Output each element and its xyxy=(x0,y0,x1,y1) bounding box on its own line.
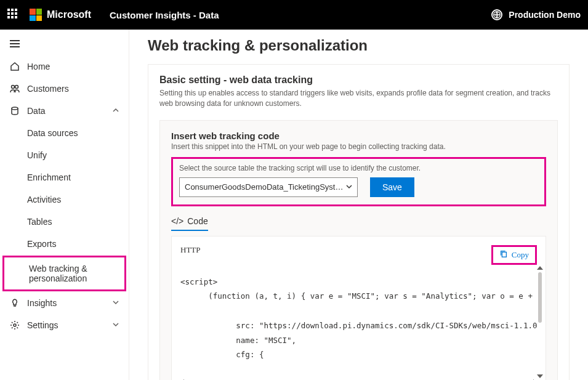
copy-label: Copy xyxy=(512,250,529,260)
lightbulb-icon xyxy=(10,298,20,308)
source-table-highlight: Select the source table the tracking scr… xyxy=(171,157,546,206)
svg-point-4 xyxy=(14,324,16,326)
sidebar-item-enrichment[interactable]: Enrichment xyxy=(0,166,129,188)
data-icon xyxy=(10,106,20,116)
sidebar: Home Customers Data Data sources Unify E… xyxy=(0,30,129,380)
source-table-label: Select the source table the tracking scr… xyxy=(179,164,538,172)
sidebar-item-exports[interactable]: Exports xyxy=(0,233,129,255)
scrollbar-horizontal[interactable] xyxy=(180,378,537,380)
save-button[interactable]: Save xyxy=(370,177,414,197)
code-tab-label: Code xyxy=(187,216,207,226)
copy-button[interactable]: Copy xyxy=(491,245,537,265)
svg-point-2 xyxy=(15,86,18,89)
code-icon: </> xyxy=(171,216,183,226)
sidebar-item-tables[interactable]: Tables xyxy=(0,211,129,233)
app-name: Customer Insights - Data xyxy=(110,10,219,20)
chevron-down-icon xyxy=(113,321,119,329)
sidebar-label: Data xyxy=(27,106,105,116)
insert-code-card: Insert web tracking code Insert this sni… xyxy=(159,120,558,380)
chevron-down-icon xyxy=(113,299,119,307)
sidebar-label: Home xyxy=(27,62,119,71)
scrollbar-vertical[interactable] xyxy=(536,266,544,380)
sidebar-label: Settings xyxy=(27,320,105,330)
chevron-down-icon xyxy=(346,182,352,192)
main-content: Web tracking & personalization Basic set… xyxy=(129,30,588,380)
sidebar-label: Insights xyxy=(27,298,105,308)
sidebar-item-activities[interactable]: Activities xyxy=(0,188,129,211)
environment-icon[interactable] xyxy=(491,9,502,20)
basic-setting-title: Basic setting - web data tracking xyxy=(159,75,558,86)
microsoft-label: Microsoft xyxy=(47,9,91,20)
sidebar-item-data[interactable]: Data xyxy=(0,100,129,122)
sidebar-label: Customers xyxy=(27,84,119,94)
code-tab[interactable]: </> Code xyxy=(171,216,546,236)
customers-icon xyxy=(10,84,20,94)
gear-icon xyxy=(10,320,20,330)
sidebar-item-data-sources[interactable]: Data sources xyxy=(0,122,129,144)
source-table-dropdown[interactable]: ConsumerGoodsDemoData_TicketingSystem_Co… xyxy=(179,177,358,197)
sidebar-item-customers[interactable]: Customers xyxy=(0,78,129,100)
sidebar-item-home[interactable]: Home xyxy=(0,55,129,78)
code-body[interactable]: <script> (function (a, t, i) { var e = "… xyxy=(180,275,537,378)
environment-name[interactable]: Production Demo xyxy=(509,10,581,20)
svg-rect-5 xyxy=(502,252,506,257)
http-label: HTTP xyxy=(180,245,201,255)
chevron-up-icon xyxy=(113,107,119,115)
microsoft-logo: Microsoft xyxy=(30,9,91,21)
home-icon xyxy=(10,62,20,71)
svg-point-3 xyxy=(12,107,18,110)
copy-icon xyxy=(499,249,508,261)
basic-setting-card: Basic setting - web data tracking Settin… xyxy=(148,64,570,380)
app-launcher-icon[interactable] xyxy=(7,9,20,21)
dropdown-value: ConsumerGoodsDemoData_TicketingSystem_Co… xyxy=(185,182,346,192)
top-bar: Microsoft Customer Insights - Data Produ… xyxy=(0,0,588,30)
sidebar-item-settings[interactable]: Settings xyxy=(0,314,129,336)
hamburger-icon[interactable] xyxy=(0,32,129,55)
page-title: Web tracking & personalization xyxy=(148,37,570,54)
insert-code-desc: Insert this snippet into the HTML on you… xyxy=(171,142,546,151)
sidebar-item-web-tracking[interactable]: Web tracking & personalization xyxy=(4,257,124,289)
sidebar-item-insights[interactable]: Insights xyxy=(0,292,129,314)
svg-point-1 xyxy=(12,86,15,89)
basic-setting-desc: Setting this up enables access to standa… xyxy=(159,88,558,109)
insert-code-title: Insert web tracking code xyxy=(171,131,546,141)
code-block: HTTP Copy <script> (function (a, t, i) {… xyxy=(171,236,546,380)
sidebar-item-unify[interactable]: Unify xyxy=(0,144,129,166)
